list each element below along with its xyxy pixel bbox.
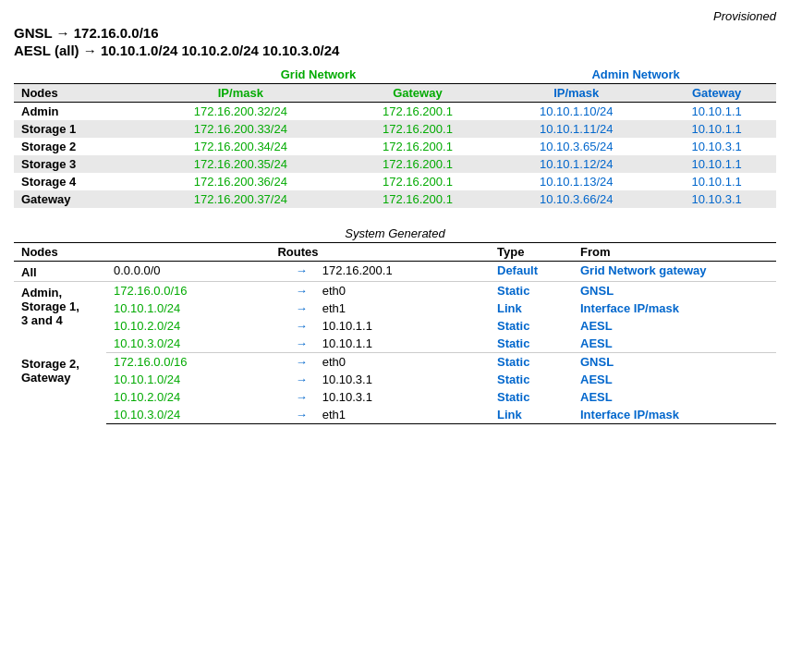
grid-network-header: Grid Network (141, 66, 495, 84)
route-from: AESL (573, 388, 776, 406)
grid-gw: 172.16.200.1 (340, 190, 495, 208)
table-row: 10.10.1.0/24 → eth1 Link Interface IP/ma… (14, 299, 776, 317)
table-row: 10.10.3.0/24 → 10.10.1.1 Static AESL (14, 335, 776, 353)
group-node: All (14, 262, 106, 282)
bottom-col-nodes: Nodes (14, 243, 106, 262)
route-target: eth1 (315, 299, 490, 317)
admin-gw: 10.10.3.1 (657, 138, 776, 155)
route-target: eth0 (315, 353, 490, 372)
route-type: Default (490, 262, 573, 282)
route-arrow: → (288, 282, 315, 300)
grid-ip: 172.16.200.35/24 (141, 155, 340, 173)
route-ip: 10.10.3.0/24 (106, 406, 288, 424)
route-ip: 10.10.1.0/24 (106, 299, 288, 317)
route-from: GNSL (573, 353, 776, 372)
bottom-col-from: From (573, 243, 776, 262)
group-node: Admin,Storage 1,3 and 4 (14, 282, 106, 353)
route-arrow: → (288, 388, 315, 406)
route-ip: 10.10.2.0/24 (106, 317, 288, 335)
table-row: 10.10.1.0/24 → 10.10.3.1 Static AESL (14, 371, 776, 388)
admin-gw: 10.10.1.1 (657, 155, 776, 173)
node-name: Storage 2 (14, 138, 141, 155)
grid-gw: 172.16.200.1 (340, 120, 495, 138)
admin-ip: 10.10.1.11/24 (495, 120, 657, 138)
node-name: Admin (14, 103, 141, 121)
route-type: Static (490, 317, 573, 335)
route-arrow: → (288, 262, 315, 282)
route-from: GNSL (573, 282, 776, 300)
table-row: Gateway 172.16.200.37/24 172.16.200.1 10… (14, 190, 776, 208)
table-row: Storage 2 172.16.200.34/24 172.16.200.1 … (14, 138, 776, 155)
col-grid-gw: Gateway (340, 84, 495, 103)
table-row: 10.10.2.0/24 → 10.10.3.1 Static AESL (14, 388, 776, 406)
route-arrow: → (288, 406, 315, 424)
route-target: 10.10.3.1 (315, 388, 490, 406)
node-name: Storage 4 (14, 173, 141, 190)
provisioned-label: Provisioned (14, 9, 776, 23)
node-name: Storage 3 (14, 155, 141, 173)
route-target: 172.16.200.1 (315, 262, 490, 282)
table-row: Storage 2,Gateway 172.16.0.0/16 → eth0 S… (14, 353, 776, 372)
admin-gw: 10.10.1.1 (657, 103, 776, 121)
route-target: 10.10.1.1 (315, 317, 490, 335)
col-grid-ip: IP/mask (141, 84, 340, 103)
route-type: Static (490, 282, 573, 300)
admin-network-header: Admin Network (495, 66, 776, 84)
grid-gw: 172.16.200.1 (340, 138, 495, 155)
admin-ip: 10.10.1.12/24 (495, 155, 657, 173)
route-ip: 10.10.1.0/24 (106, 371, 288, 388)
route-ip: 10.10.2.0/24 (106, 388, 288, 406)
route-from: Grid Network gateway (573, 262, 776, 282)
route-target: eth0 (315, 282, 490, 300)
admin-gw: 10.10.1.1 (657, 120, 776, 138)
bottom-table: Nodes Routes Type From All 0.0.0.0/0 → 1… (14, 242, 776, 424)
route-ip: 10.10.3.0/24 (106, 335, 288, 353)
grid-ip: 172.16.200.36/24 (141, 173, 340, 190)
grid-ip: 172.16.200.32/24 (141, 103, 340, 121)
route-arrow: → (288, 299, 315, 317)
table-row: Storage 1 172.16.200.33/24 172.16.200.1 … (14, 120, 776, 138)
route-type: Link (490, 299, 573, 317)
grid-ip: 172.16.200.34/24 (141, 138, 340, 155)
admin-ip: 10.10.3.65/24 (495, 138, 657, 155)
grid-gw: 172.16.200.1 (340, 103, 495, 121)
route-type: Static (490, 335, 573, 353)
admin-ip: 10.10.1.10/24 (495, 103, 657, 121)
route-target: eth1 (315, 406, 490, 424)
route-from: AESL (573, 317, 776, 335)
table-row: Storage 4 172.16.200.36/24 172.16.200.1 … (14, 173, 776, 190)
table-row: 10.10.2.0/24 → 10.10.1.1 Static AESL (14, 317, 776, 335)
col-admin-ip: IP/mask (495, 84, 657, 103)
route-from: Interface IP/mask (573, 406, 776, 424)
grid-gw: 172.16.200.1 (340, 155, 495, 173)
grid-ip: 172.16.200.33/24 (141, 120, 340, 138)
col-admin-gw: Gateway (657, 84, 776, 103)
grid-ip: 172.16.200.37/24 (141, 190, 340, 208)
top-table: Grid Network Admin Network Nodes IP/mask… (14, 66, 776, 208)
bottom-col-type: Type (490, 243, 573, 262)
route-from: AESL (573, 371, 776, 388)
route-arrow: → (288, 353, 315, 372)
route-arrow: → (288, 371, 315, 388)
gnsl-line: GNSL → 172.16.0.0/16 (14, 25, 776, 41)
route-arrow: → (288, 317, 315, 335)
route-type: Static (490, 371, 573, 388)
route-target: 10.10.3.1 (315, 371, 490, 388)
col-nodes: Nodes (14, 84, 141, 103)
route-ip: 172.16.0.0/16 (106, 282, 288, 300)
node-name: Storage 1 (14, 120, 141, 138)
table-row: All 0.0.0.0/0 → 172.16.200.1 Default Gri… (14, 262, 776, 282)
table-row: Admin,Storage 1,3 and 4 172.16.0.0/16 → … (14, 282, 776, 300)
bottom-col-routes: Routes (106, 243, 490, 262)
admin-ip: 10.10.3.66/24 (495, 190, 657, 208)
table-row: Admin 172.16.200.32/24 172.16.200.1 10.1… (14, 103, 776, 121)
group-node: Storage 2,Gateway (14, 353, 106, 424)
route-arrow: → (288, 335, 315, 353)
route-from: AESL (573, 335, 776, 353)
node-name: Gateway (14, 190, 141, 208)
route-type: Static (490, 353, 573, 372)
route-ip: 172.16.0.0/16 (106, 353, 288, 372)
admin-gw: 10.10.3.1 (657, 190, 776, 208)
route-target: 10.10.1.1 (315, 335, 490, 353)
route-type: Static (490, 388, 573, 406)
